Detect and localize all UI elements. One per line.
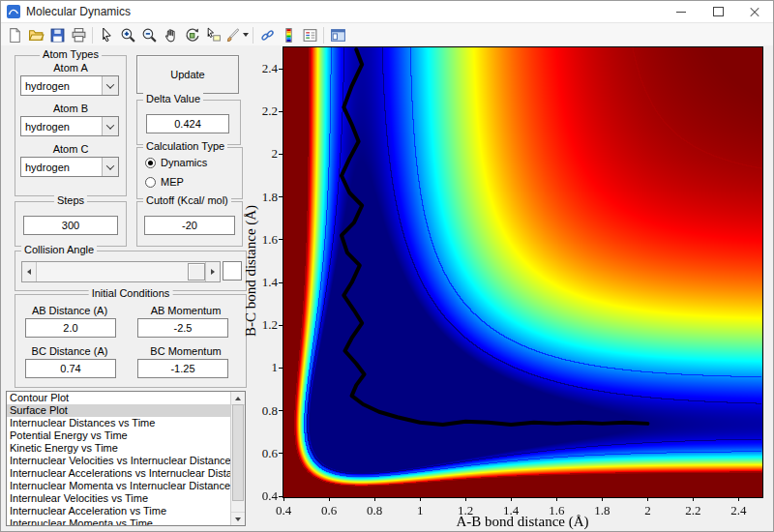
ab-distance-label: AB Distance (A)	[15, 305, 124, 316]
edit-plot-button[interactable]	[96, 25, 117, 45]
data-cursor-button[interactable]	[202, 25, 223, 45]
chevron-down-icon	[243, 33, 249, 37]
bc-momentum-label: BC Momentum	[132, 345, 240, 357]
atom-c-label: Atom C	[15, 143, 126, 155]
list-item[interactable]: Surface Plot	[7, 404, 231, 417]
y-tick-label: 0.8	[243, 403, 278, 419]
zoom-in-button[interactable]	[117, 25, 138, 45]
print-button[interactable]	[68, 25, 89, 45]
y-axis-tick	[279, 111, 283, 112]
chevron-down-icon	[102, 158, 118, 176]
atom-b-value: hydrogen	[21, 117, 102, 135]
x-axis-tick	[556, 497, 557, 501]
y-axis-tick	[279, 239, 283, 240]
close-button[interactable]	[736, 1, 773, 22]
new-document-icon	[7, 27, 23, 44]
cutoff-panel: Cutoff (Kcal/ mol)	[136, 201, 243, 247]
pes-plot-canvas[interactable]	[283, 47, 762, 497]
x-tick-label: 2.2	[677, 503, 708, 518]
maximize-button[interactable]	[700, 1, 736, 22]
slider-right-arrow[interactable]	[205, 262, 220, 281]
calculation-type-panel: Calculation Type Dynamics MEP	[136, 147, 243, 199]
scrollbar-down-arrow[interactable]	[231, 512, 245, 525]
plot-tools-button[interactable]	[327, 25, 348, 45]
panel-title: Delta Value	[143, 93, 203, 104]
ab-momentum-field[interactable]	[137, 318, 228, 338]
new-document-button[interactable]	[4, 25, 25, 45]
slider-thumb[interactable]	[188, 263, 205, 281]
list-item[interactable]: Contour Plot	[7, 392, 231, 404]
delta-value-field[interactable]	[146, 114, 229, 133]
bc-momentum-field[interactable]	[137, 359, 228, 378]
y-tick-label: 1.8	[243, 190, 278, 205]
y-tick-label: 2.2	[243, 103, 278, 119]
plot-tools-icon	[330, 27, 346, 44]
insert-colorbar-button[interactable]	[278, 25, 299, 45]
plot-type-listbox[interactable]: Contour PlotSurface PlotInternuclear Dis…	[6, 391, 246, 526]
y-tick-label: 1	[243, 360, 278, 375]
rotate-3d-button[interactable]	[181, 25, 202, 45]
chain-icon	[259, 27, 276, 44]
brush-button[interactable]	[223, 25, 250, 45]
panel-title: Atom Types	[40, 48, 102, 60]
atom-a-label: Atom A	[15, 62, 126, 74]
bc-distance-field[interactable]	[25, 359, 116, 378]
link-plots-button[interactable]	[256, 25, 278, 45]
collision-angle-slider[interactable]	[21, 261, 221, 282]
x-axis-tick	[738, 497, 739, 501]
window-controls	[663, 1, 773, 22]
delta-value-panel: Delta Value	[136, 100, 241, 145]
minimize-button[interactable]	[663, 1, 700, 22]
list-item[interactable]: Internuclear Momenta vs Internuclear Dis…	[7, 480, 231, 492]
list-item[interactable]: Kinetic Energy vs Time	[7, 442, 231, 455]
ab-distance-field[interactable]	[25, 318, 116, 338]
chevron-down-icon	[102, 76, 118, 95]
list-item[interactable]: Internuclear Accelerations vs Internucle…	[7, 467, 231, 480]
triangle-right-icon	[211, 269, 215, 275]
y-tick-label: 0.6	[243, 446, 278, 461]
atom-a-select[interactable]: hydrogen	[20, 75, 119, 96]
list-item[interactable]: Internulear Velocities vs Time	[7, 492, 231, 505]
radio-icon	[145, 177, 156, 188]
open-file-button[interactable]	[25, 25, 46, 45]
open-folder-icon	[28, 27, 45, 44]
update-button[interactable]: Update	[136, 55, 239, 94]
radio-mep[interactable]: MEP	[145, 176, 184, 188]
data-cursor-icon	[205, 27, 222, 44]
figure-area: Atom Types Atom A hydrogen Atom B hydrog…	[1, 45, 773, 531]
collision-angle-field[interactable]	[223, 261, 242, 281]
cutoff-field[interactable]	[144, 216, 235, 235]
initial-conditions-panel: Initial Conditions AB Distance (A) AB Mo…	[15, 294, 247, 388]
triangle-down-icon	[235, 517, 241, 521]
list-item[interactable]: Potential Energy vs Time	[7, 429, 231, 442]
y-axis-tick	[279, 69, 283, 70]
bc-distance-label: BC Distance (A)	[15, 345, 124, 357]
list-item[interactable]: Internuclear Momenta vs Time	[7, 517, 231, 525]
atom-c-value: hydrogen	[21, 158, 102, 176]
list-item[interactable]: Internuclear Acceleration vs Time	[7, 505, 231, 517]
list-item[interactable]: Internuclear Distances vs Time	[7, 417, 231, 429]
chevron-down-icon	[102, 117, 118, 135]
atom-b-select[interactable]: hydrogen	[20, 116, 119, 136]
save-button[interactable]	[46, 25, 68, 45]
insert-legend-button[interactable]	[299, 25, 320, 45]
slider-left-arrow[interactable]	[22, 262, 37, 281]
radio-label: Dynamics	[161, 157, 207, 168]
zoom-out-button[interactable]	[138, 25, 160, 45]
zoom-in-icon	[120, 27, 136, 44]
triangle-up-icon	[235, 397, 241, 400]
x-axis-tick	[602, 497, 603, 501]
steps-field[interactable]	[23, 216, 118, 235]
printer-icon	[71, 27, 87, 44]
y-axis-tick	[279, 196, 283, 197]
rotate-icon	[184, 27, 200, 44]
app-window: Molecular Dynamics	[0, 0, 774, 532]
list-item[interactable]: Internuclear Velocities vs Internuclear …	[7, 455, 231, 467]
atom-c-select[interactable]: hydrogen	[20, 157, 119, 177]
radio-dynamics[interactable]: Dynamics	[145, 157, 207, 168]
pan-button[interactable]	[160, 25, 181, 45]
y-axis-tick	[279, 368, 283, 369]
x-axis-tick	[420, 497, 421, 501]
y-axis-tick	[279, 496, 283, 497]
radio-icon	[145, 158, 156, 168]
